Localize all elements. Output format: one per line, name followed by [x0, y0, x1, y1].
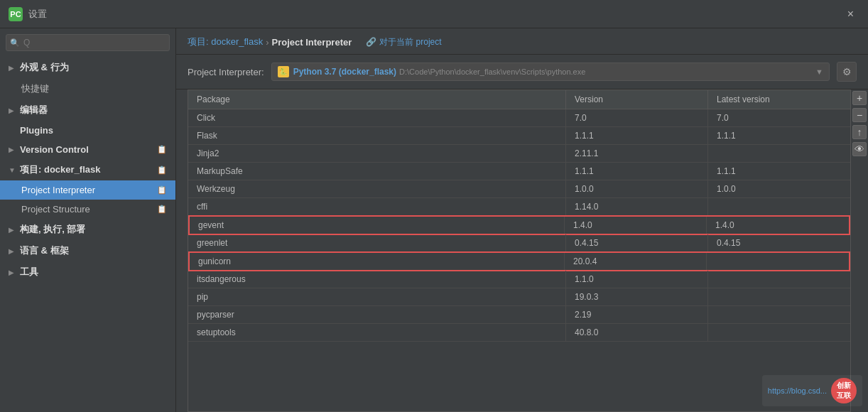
interpreter-copy-icon: 📋 [157, 185, 167, 195]
breadcrumb: 项目: docker_flask › Project Interpreter 🔗… [176, 28, 868, 55]
td-version: 7.0 [566, 109, 708, 126]
td-latest [708, 306, 850, 323]
table-row[interactable]: gunicorn 20.0.4 [188, 251, 850, 271]
table-header: Package Version Latest version [188, 90, 850, 109]
table-row[interactable]: Jinja2 2.11.1 [188, 145, 850, 163]
table-row[interactable]: Flask 1.1.1 1.1.1 [188, 127, 850, 145]
td-latest: 1.4.0 [707, 217, 849, 234]
sidebar-item-label: 构建, 执行, 部署 [20, 223, 167, 236]
expand-arrow-icon: ▼ [9, 166, 18, 174]
interpreter-select-dropdown[interactable]: 🐍 Python 3.7 (docker_flask) D:\Code\Pyth… [271, 63, 830, 81]
show-details-button[interactable]: 👁 [852, 142, 867, 156]
structure-copy-icon: 📋 [157, 205, 167, 214]
sidebar-item-tools[interactable]: ▶ 工具 [0, 261, 175, 283]
table-row[interactable]: greenlet 0.4.15 0.4.15 [188, 234, 850, 252]
td-latest [707, 253, 849, 270]
td-latest: 7.0 [708, 109, 850, 126]
table-actions: + − ↑ 👁 [851, 90, 868, 412]
sidebar-item-label: 工具 [20, 266, 167, 278]
sidebar-item-label: 语言 & 框架 [20, 244, 167, 257]
td-package: setuptools [188, 324, 566, 341]
search-icon: 🔍 [10, 38, 20, 48]
main-layout: 🔍 ▶ 外观 & 行为 快捷键 ▶ 编辑器 ▶ Plugins ▶ Versio… [0, 28, 868, 412]
td-version: 1.14.0 [566, 198, 708, 215]
close-button[interactable]: × [842, 6, 859, 23]
td-package: MarkupSafe [188, 163, 566, 180]
interpreter-row: Project Interpreter: 🐍 Python 3.7 (docke… [176, 55, 868, 90]
td-version: 19.0.3 [566, 288, 708, 305]
watermark-logo: 创新互联 [831, 378, 857, 403]
sidebar-nav: ▶ 外观 & 行为 快捷键 ▶ 编辑器 ▶ Plugins ▶ Version … [0, 57, 175, 412]
breadcrumb-current: Project Interpreter [272, 37, 352, 48]
sidebar-item-shortcuts[interactable]: 快捷键 [0, 78, 175, 99]
interpreter-label: Project Interpreter: [188, 67, 264, 77]
sidebar-item-project-interpreter[interactable]: Project Interpreter 📋 [0, 180, 175, 200]
sidebar-item-label: Project Structure [21, 204, 154, 215]
table-row[interactable]: cffi 1.14.0 [188, 198, 850, 216]
table-row[interactable]: pip 19.0.3 [188, 288, 850, 306]
td-package: gunicorn [190, 253, 565, 270]
td-latest: 1.0.0 [708, 180, 850, 197]
upgrade-package-button[interactable]: ↑ [852, 125, 867, 139]
python-icon: 🐍 [278, 66, 289, 77]
td-package: pip [188, 288, 566, 305]
tag-icon: 🔗 [366, 37, 376, 47]
td-package: itsdangerous [188, 271, 566, 288]
search-box: 🔍 [6, 34, 170, 51]
table-row[interactable]: Click 7.0 7.0 [188, 109, 850, 127]
gear-button[interactable]: ⚙ [837, 62, 857, 82]
td-version: 20.0.4 [565, 253, 707, 270]
sidebar-item-plugins[interactable]: ▶ Plugins [0, 121, 175, 140]
td-latest [708, 324, 850, 341]
sidebar-item-editor[interactable]: ▶ 编辑器 [0, 99, 175, 121]
td-version: 1.4.0 [565, 217, 707, 234]
table-wrapper: Package Version Latest version Click 7.0… [176, 90, 868, 412]
th-package: Package [188, 90, 566, 109]
table-row[interactable]: MarkupSafe 1.1.1 1.1.1 [188, 163, 850, 180]
app-icon: PC [9, 7, 23, 21]
sidebar-item-project[interactable]: ▼ 项目: docker_flask 📋 [0, 159, 175, 180]
expand-arrow-icon: ▶ [9, 247, 18, 255]
package-table: Package Version Latest version Click 7.0… [188, 90, 851, 412]
vcs-copy-icon: 📋 [157, 145, 167, 154]
breadcrumb-tag[interactable]: 🔗 对于当前 project [366, 36, 441, 48]
td-latest [708, 198, 850, 215]
td-version: 1.1.0 [566, 271, 708, 288]
table-row[interactable]: pycparser 2.19 [188, 306, 850, 324]
sidebar-item-label: 外观 & 行为 [20, 61, 167, 74]
sidebar-item-project-structure[interactable]: Project Structure 📋 [0, 200, 175, 219]
td-version: 2.19 [566, 306, 708, 323]
interpreter-name: Python 3.7 (docker_flask) [293, 67, 396, 77]
remove-package-button[interactable]: − [852, 108, 867, 122]
td-version: 1.0.0 [566, 180, 708, 197]
sidebar-item-vcs[interactable]: ▶ Version Control 📋 [0, 140, 175, 159]
sidebar-item-language[interactable]: ▶ 语言 & 框架 [0, 240, 175, 261]
sidebar-item-build[interactable]: ▶ 构建, 执行, 部署 [0, 219, 175, 240]
td-package: pycparser [188, 306, 566, 323]
dropdown-arrow-icon: ▼ [815, 67, 823, 76]
td-version: 1.1.1 [566, 127, 708, 144]
content-area: 项目: docker_flask › Project Interpreter 🔗… [176, 28, 868, 412]
add-package-button[interactable]: + [852, 91, 867, 105]
td-package: Werkzeug [188, 180, 566, 197]
table-row[interactable]: gevent 1.4.0 1.4.0 [188, 215, 850, 235]
expand-arrow-icon: ▶ [9, 107, 18, 114]
table-row[interactable]: Werkzeug 1.0.0 1.0.0 [188, 180, 850, 198]
td-latest: 1.1.1 [708, 127, 850, 144]
sidebar: 🔍 ▶ 外观 & 行为 快捷键 ▶ 编辑器 ▶ Plugins ▶ Versio… [0, 28, 176, 412]
td-latest [708, 288, 850, 305]
tag-text: 对于当前 project [379, 36, 441, 48]
sidebar-item-label: Project Interpreter [21, 185, 154, 195]
td-version: 40.8.0 [566, 324, 708, 341]
table-row[interactable]: setuptools 40.8.0 [188, 324, 850, 342]
sidebar-item-appearance[interactable]: ▶ 外观 & 行为 [0, 57, 175, 78]
td-version: 0.4.15 [566, 234, 708, 251]
search-input[interactable] [6, 34, 170, 51]
title-bar: PC 设置 × [0, 0, 868, 28]
th-version: Version [566, 90, 708, 109]
table-row[interactable]: itsdangerous 1.1.0 [188, 271, 850, 288]
breadcrumb-separator: › [266, 37, 268, 48]
th-latest: Latest version [708, 90, 850, 109]
breadcrumb-project-link[interactable]: 项目: docker_flask [188, 36, 263, 48]
expand-arrow-icon: ▶ [9, 64, 18, 72]
